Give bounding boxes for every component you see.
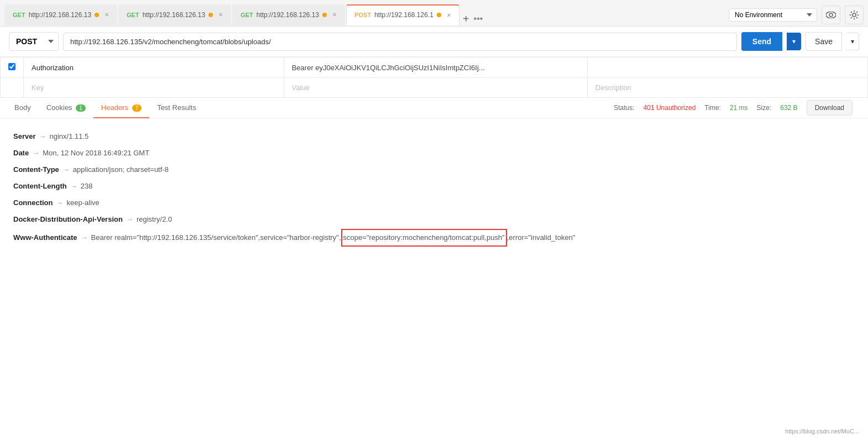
response-tab-test-results[interactable]: Test Results: [149, 98, 204, 118]
tab-1-dot: [95, 13, 99, 17]
header-key-cell[interactable]: Authorization: [24, 58, 284, 78]
tab-4-method: POST: [354, 12, 371, 18]
resp-header-content-type-arrow: →: [62, 163, 70, 177]
resp-header-docker-api-key: Docker-Distribution-Api-Version: [13, 212, 123, 227]
status-value: 401 Unauthorized: [644, 104, 696, 112]
resp-header-connection-arrow: →: [56, 196, 64, 210]
tab-3-url: http://192.168.126.13: [257, 11, 319, 19]
resp-header-content-length-val: 238: [81, 179, 93, 194]
response-headers-content: Server → nginx/1.11.5 Date → Mon, 12 Nov…: [0, 118, 868, 260]
response-status-bar: Status: 401 Unauthorized Time: 21 ms Siz…: [605, 100, 861, 116]
resp-header-www-auth-after: ,error="invalid_token": [507, 231, 576, 245]
response-tab-cookies[interactable]: Cookies 1: [39, 98, 93, 118]
response-tab-headers[interactable]: Headers 7: [93, 98, 149, 118]
resp-header-server: Server → nginx/1.11.5: [13, 129, 855, 144]
tab-4[interactable]: POST http://192.168.126.1 ✕: [346, 4, 459, 25]
header-key-placeholder[interactable]: Key: [24, 78, 284, 98]
tab-3-close[interactable]: ✕: [332, 12, 337, 18]
resp-header-www-auth: Www-Authenticate → Bearer realm="http://…: [13, 229, 855, 247]
resp-header-docker-api-arrow: →: [126, 212, 133, 227]
resp-header-connection-val: keep-alive: [67, 196, 100, 210]
resp-header-content-type-key: Content-Type: [13, 163, 59, 177]
header-value-text: Bearer eyJ0eXAiOiJKV1QiLCJhGciOijSUzI1Ni…: [292, 64, 485, 72]
size-label: Size:: [757, 104, 772, 112]
tab-actions: + •••: [463, 13, 483, 25]
send-button[interactable]: Send: [741, 32, 782, 51]
svg-point-2: [853, 13, 856, 17]
resp-header-content-length-key: Content-Length: [13, 179, 67, 194]
headers-badge: 7: [132, 104, 142, 112]
resp-header-connection: Connection → keep-alive: [13, 196, 855, 210]
resp-header-www-auth-highlight: scope="repository:mochencheng/tomcat:pul…: [341, 229, 507, 247]
status-label: Status:: [614, 104, 634, 112]
save-button[interactable]: Save: [806, 32, 842, 51]
tabs-list: GET http://192.168.126.13 ✕ GET http://1…: [4, 4, 729, 25]
tab-1-url: http://192.168.126.13: [29, 11, 91, 19]
tab-1-close[interactable]: ✕: [104, 12, 109, 18]
header-value-cell[interactable]: Bearer eyJ0eXAiOiJKV1QiLCJhGciOijSUzI1Ni…: [284, 58, 587, 78]
resp-header-date-arrow: →: [32, 146, 39, 160]
cookies-badge: 1: [76, 104, 86, 112]
resp-header-content-length: Content-Length → 238: [13, 179, 855, 194]
settings-icon-button[interactable]: [845, 6, 864, 24]
resp-header-server-arrow: →: [39, 129, 46, 144]
tab-2-method: GET: [127, 12, 139, 18]
header-row-empty: Key Value Description: [1, 78, 868, 98]
request-headers-table: Authorization Bearer eyJ0eXAiOiJKV1QiLCJ…: [0, 57, 868, 98]
resp-header-docker-api-val: registry/2.0: [137, 212, 172, 227]
header-desc-cell[interactable]: [587, 58, 867, 78]
header-checkbox-cell[interactable]: [1, 58, 24, 78]
tab-bar: GET http://192.168.126.13 ✕ GET http://1…: [0, 0, 868, 27]
resp-header-connection-key: Connection: [13, 196, 53, 210]
header-value-placeholder[interactable]: Value: [284, 78, 587, 98]
resp-header-server-val: nginx/1.11.5: [49, 129, 88, 144]
more-tabs-icon[interactable]: •••: [474, 14, 483, 24]
tab-2-close[interactable]: ✕: [218, 12, 223, 18]
header-empty-checkbox-cell: [1, 78, 24, 98]
resp-header-content-type: Content-Type → application/json; charset…: [13, 163, 855, 177]
svg-point-1: [829, 13, 833, 17]
header-desc-placeholder[interactable]: Description: [587, 78, 867, 98]
resp-header-www-auth-arrow: →: [81, 231, 88, 245]
header-key-value: Authorization: [32, 64, 74, 72]
resp-header-server-key: Server: [13, 129, 35, 144]
environment-select[interactable]: No Environment: [729, 8, 817, 22]
tab-3[interactable]: GET http://192.168.126.13 ✕: [232, 4, 345, 25]
tab-4-close[interactable]: ✕: [447, 12, 451, 18]
time-value: 21 ms: [730, 104, 748, 112]
tab-2-dot: [208, 13, 213, 17]
tab-2[interactable]: GET http://192.168.126.13 ✕: [118, 4, 231, 25]
eye-icon-button[interactable]: [822, 6, 840, 24]
resp-header-docker-api: Docker-Distribution-Api-Version → regist…: [13, 212, 855, 227]
tab-3-method: GET: [240, 12, 253, 18]
response-tabs-bar: Body Cookies 1 Headers 7 Test Results St…: [0, 98, 868, 118]
save-dropdown-button[interactable]: ▾: [846, 33, 859, 50]
tab-4-dot: [437, 13, 441, 17]
tab-4-url: http://192.168.126.1: [374, 11, 433, 19]
tab-1[interactable]: GET http://192.168.126.13 ✕: [4, 4, 117, 25]
tab-1-method: GET: [13, 12, 25, 18]
tab-3-dot: [322, 13, 327, 17]
size-value: 632 B: [780, 104, 797, 112]
resp-header-date-key: Date: [13, 146, 29, 160]
request-bar: POST Send ▾ Save ▾: [0, 27, 868, 57]
resp-header-www-auth-before: Bearer realm="http://192.168.126.135/ser…: [91, 231, 341, 245]
response-tab-body[interactable]: Body: [7, 98, 39, 118]
header-checkbox[interactable]: [8, 63, 15, 70]
send-dropdown-button[interactable]: ▾: [787, 33, 801, 50]
tab-2-url: http://192.168.126.13: [143, 11, 205, 19]
header-row-1: Authorization Bearer eyJ0eXAiOiJKV1QiLCJ…: [1, 58, 868, 78]
method-select[interactable]: POST: [9, 32, 59, 51]
resp-header-content-type-val: application/json; charset=utf-8: [73, 163, 169, 177]
resp-header-date-val: Mon, 12 Nov 2018 16:49:21 GMT: [43, 146, 149, 160]
resp-header-www-auth-key: Www-Authenticate: [13, 231, 77, 245]
time-label: Time:: [704, 104, 721, 112]
svg-point-0: [826, 12, 836, 18]
download-button[interactable]: Download: [807, 100, 853, 116]
url-input[interactable]: [63, 33, 737, 51]
resp-header-content-length-arrow: →: [70, 179, 77, 194]
resp-header-date: Date → Mon, 12 Nov 2018 16:49:21 GMT: [13, 146, 855, 160]
add-tab-icon[interactable]: +: [463, 13, 469, 25]
